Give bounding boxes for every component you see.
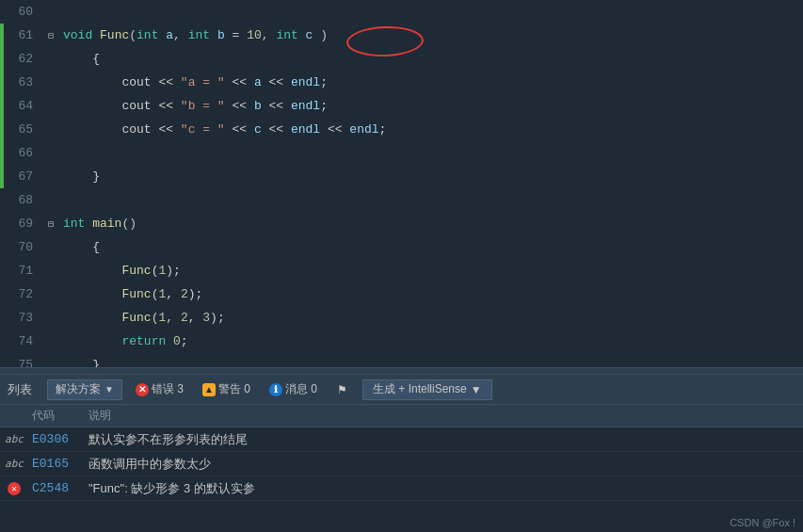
error-table-header: 代码 说明 <box>0 405 803 427</box>
panel-divider <box>0 367 803 375</box>
info-badge[interactable]: ℹ 消息 0 <box>264 379 323 399</box>
error-row[interactable]: abcE0165函数调用中的参数太少 <box>0 452 803 476</box>
collapse-btn[interactable]: ⊟ <box>42 30 59 41</box>
line-content: } <box>59 169 803 184</box>
error-type-icon: abc <box>0 458 28 470</box>
active-scope-indicator <box>0 24 4 188</box>
error-code: E0165 <box>28 457 85 471</box>
line-content: void Func(int a, int b = 10, int c ) <box>59 28 803 42</box>
line-number: 67 <box>0 169 42 184</box>
col-header-desc: 说明 <box>85 408 803 424</box>
error-description: 默认实参不在形参列表的结尾 <box>85 431 803 448</box>
code-line: 73 Func(1, 2, 3); <box>0 306 803 330</box>
code-line: 71 Func(1); <box>0 259 803 282</box>
line-content: cout << "a = " << a << endl; <box>59 75 803 89</box>
error-type-icon: ✕ <box>0 482 28 495</box>
code-line: 62 { <box>0 47 803 71</box>
filter-icon: ⚑ <box>336 383 349 396</box>
code-line: 64 cout << "b = " << b << endl; <box>0 94 803 118</box>
code-line: 60 <box>0 0 803 24</box>
line-number: 68 <box>0 193 42 207</box>
error-type-icon: abc <box>0 433 28 445</box>
error-icon: ✕ <box>136 383 149 396</box>
code-line: 65 cout << "c = " << c << endl << endl; <box>0 118 803 141</box>
code-line: 63 cout << "a = " << a << endl; <box>0 71 803 94</box>
error-code: C2548 <box>28 481 85 495</box>
build-dropdown[interactable]: 生成 + IntelliSense ▼ <box>362 379 492 400</box>
line-number: 70 <box>0 240 42 254</box>
info-icon: ℹ <box>269 383 282 396</box>
error-rows-container: abcE0306默认实参不在形参列表的结尾abcE0165函数调用中的参数太少✕… <box>0 427 803 501</box>
line-content: cout << "c = " << c << endl << endl; <box>59 122 803 137</box>
line-content: Func(1, 2); <box>59 287 803 301</box>
line-number: 69 <box>0 217 42 231</box>
collapse-btn[interactable]: ⊟ <box>42 218 59 230</box>
line-content: { <box>59 240 803 254</box>
error-description: 函数调用中的参数太少 <box>85 456 803 473</box>
line-number: 66 <box>0 146 42 160</box>
error-description: "Func": 缺少形参 3 的默认实参 <box>85 480 803 497</box>
code-line: 68 <box>0 188 803 212</box>
line-content: int main() <box>59 217 803 231</box>
error-row[interactable]: ✕C2548"Func": 缺少形参 3 的默认实参 <box>0 476 803 501</box>
line-number: 60 <box>0 5 42 19</box>
line-number: 72 <box>0 287 42 301</box>
warning-badge[interactable]: ▲ 警告 0 <box>197 379 256 399</box>
line-number: 71 <box>0 264 42 278</box>
line-content: return 0; <box>59 334 803 348</box>
warning-icon: ▲ <box>202 383 216 396</box>
code-line: 61⊟void Func(int a, int b = 10, int c ) <box>0 24 803 47</box>
line-content: cout << "b = " << b << endl; <box>59 99 803 113</box>
code-line: 75 } <box>0 353 803 367</box>
line-number: 73 <box>0 311 42 325</box>
csdn-credit: CSDN @Fox ! <box>730 517 795 528</box>
line-number: 75 <box>0 358 42 367</box>
error-toolbar: 列表 解决方案 ▼ ✕ 错误 3 ▲ 警告 0 ℹ 消息 0 ⚑ 生成 + In… <box>0 375 803 405</box>
line-content: Func(1); <box>59 264 803 278</box>
line-number: 63 <box>0 75 42 89</box>
code-line: 69⊟int main() <box>0 212 803 235</box>
error-badge[interactable]: ✕ 错误 3 <box>130 379 189 399</box>
code-line: 66 <box>0 141 803 165</box>
build-dropdown-arrow-icon: ▼ <box>471 383 482 396</box>
code-line: 74 return 0; <box>0 330 803 353</box>
line-number: 62 <box>0 52 42 66</box>
error-code: E0306 <box>28 432 85 446</box>
line-content: Func(1, 2, 3); <box>59 311 803 325</box>
code-line: 72 Func(1, 2); <box>0 282 803 306</box>
col-header-code: 代码 <box>28 408 85 424</box>
line-content: { <box>59 52 803 66</box>
code-line: 70 { <box>0 235 803 259</box>
filter-badge[interactable]: ⚑ <box>330 381 355 398</box>
line-number: 65 <box>0 122 42 137</box>
line-number: 64 <box>0 99 42 113</box>
panel-title: 列表 <box>8 381 32 398</box>
line-number: 74 <box>0 334 42 348</box>
error-panel: 列表 解决方案 ▼ ✕ 错误 3 ▲ 警告 0 ℹ 消息 0 ⚑ 生成 + In… <box>0 375 803 532</box>
line-number: 61 <box>0 28 42 42</box>
code-editor: 6061⊟void Func(int a, int b = 10, int c … <box>0 0 803 367</box>
dropdown-arrow-icon: ▼ <box>104 384 114 395</box>
code-lines: 6061⊟void Func(int a, int b = 10, int c … <box>0 0 803 367</box>
line-content: } <box>59 358 803 367</box>
error-row[interactable]: abcE0306默认实参不在形参列表的结尾 <box>0 427 803 452</box>
code-line: 67 } <box>0 165 803 188</box>
solution-dropdown[interactable]: 解决方案 ▼ <box>47 379 122 400</box>
